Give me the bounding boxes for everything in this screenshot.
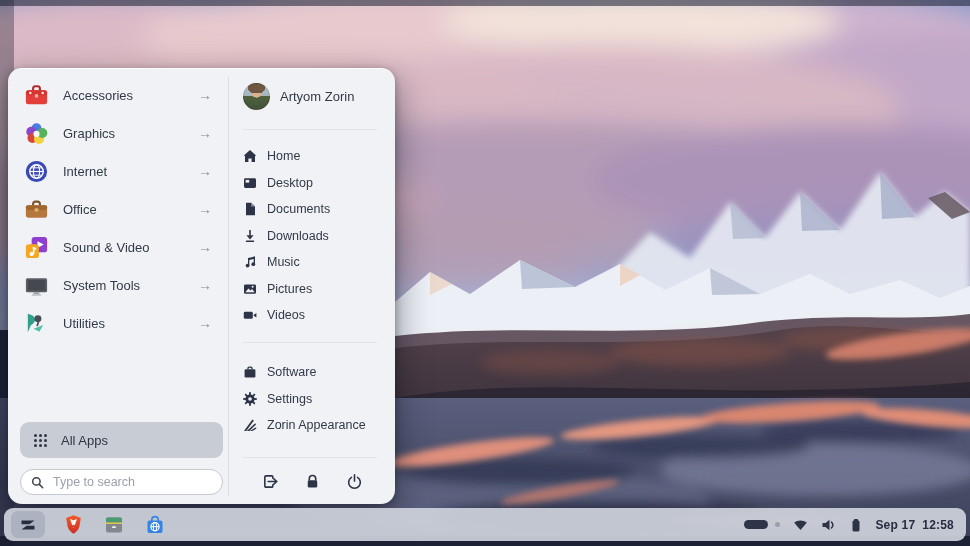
toolbox-icon: [23, 82, 50, 109]
place-music[interactable]: Music: [243, 249, 391, 276]
tray-indicator-pill[interactable]: [744, 520, 768, 529]
clock-time: 12:58: [922, 518, 954, 532]
place-label: Home: [267, 149, 300, 163]
chevron-right-icon: →: [198, 277, 212, 293]
category-utilities[interactable]: Utilities →: [8, 304, 228, 342]
place-documents[interactable]: Documents: [243, 196, 391, 223]
tray-indicator-dot: [775, 522, 780, 527]
place-label: Pictures: [267, 282, 312, 296]
menu-item-zorin-appearance[interactable]: Zorin Appearance: [243, 412, 391, 439]
gear-icon: [243, 392, 257, 406]
user-account-row[interactable]: Artyom Zorin: [243, 82, 387, 110]
user-name: Artyom Zorin: [280, 89, 354, 104]
user-avatar: [243, 83, 270, 110]
category-label: Office: [63, 202, 185, 217]
place-pictures[interactable]: Pictures: [243, 276, 391, 303]
place-desktop[interactable]: Desktop: [243, 170, 391, 197]
files-app-icon[interactable]: [101, 512, 127, 538]
battery-icon[interactable]: [850, 517, 862, 533]
document-icon: [243, 202, 257, 216]
picture-icon: [243, 282, 257, 296]
graphics-icon: [23, 120, 50, 147]
chevron-right-icon: →: [198, 315, 212, 331]
apps-grid-icon: [33, 433, 48, 448]
divider: [243, 342, 377, 343]
divider: [243, 129, 377, 130]
appearance-brush-icon: [243, 418, 257, 432]
search-input[interactable]: [51, 474, 212, 490]
menu-places-column: Artyom Zorin Home: [229, 69, 395, 504]
category-office[interactable]: Office →: [8, 190, 228, 228]
place-label: Videos: [267, 308, 305, 322]
category-label: Graphics: [63, 126, 185, 141]
place-label: Desktop: [267, 176, 313, 190]
briefcase-icon: [23, 196, 50, 223]
zorin-menu-button[interactable]: [11, 511, 45, 538]
lock-button[interactable]: [297, 467, 327, 495]
place-label: Music: [267, 255, 300, 269]
system-tray: Sep 17 12:58: [744, 517, 954, 533]
logout-button[interactable]: [255, 467, 285, 495]
all-apps-button[interactable]: All Apps: [20, 422, 223, 458]
desktop-icon: [243, 176, 257, 190]
monitor-icon: [23, 272, 50, 299]
wifi-icon[interactable]: [793, 517, 808, 532]
place-home[interactable]: Home: [243, 143, 391, 170]
power-button[interactable]: [339, 467, 369, 495]
search-field[interactable]: [20, 469, 223, 495]
chevron-right-icon: →: [198, 87, 212, 103]
volume-icon[interactable]: [821, 517, 837, 533]
place-label: Documents: [267, 202, 330, 216]
place-label: Zorin Appearance: [267, 418, 366, 432]
software-store-icon[interactable]: [142, 512, 168, 538]
place-videos[interactable]: Videos: [243, 302, 391, 329]
category-graphics[interactable]: Graphics →: [8, 114, 228, 152]
place-label: Software: [267, 365, 316, 379]
clock-date: Sep 17: [875, 518, 915, 532]
chevron-right-icon: →: [198, 125, 212, 141]
software-bag-icon: [243, 365, 257, 379]
download-icon: [243, 229, 257, 243]
utilities-icon: [23, 310, 50, 337]
place-downloads[interactable]: Downloads: [243, 223, 391, 250]
category-accessories[interactable]: Accessories →: [8, 76, 228, 114]
media-icon: [23, 234, 50, 261]
video-camera-icon: [243, 308, 257, 322]
place-label: Downloads: [267, 229, 329, 243]
category-label: System Tools: [63, 278, 185, 293]
app-menu-panel: Accessories → Graphics: [8, 68, 395, 504]
category-label: Internet: [63, 164, 185, 179]
menu-item-settings[interactable]: Settings: [243, 386, 391, 413]
desktop-screen: Accessories → Graphics: [0, 0, 970, 546]
chevron-right-icon: →: [198, 163, 212, 179]
globe-icon: [23, 158, 50, 185]
zorin-logo-icon: [18, 515, 38, 535]
category-label: Accessories: [63, 88, 185, 103]
taskbar: Sep 17 12:58: [4, 508, 966, 541]
music-note-icon: [243, 255, 257, 269]
chevron-right-icon: →: [198, 201, 212, 217]
place-label: Settings: [267, 392, 312, 406]
divider: [243, 457, 377, 458]
home-icon: [243, 149, 257, 163]
category-internet[interactable]: Internet →: [8, 152, 228, 190]
menu-categories-column: Accessories → Graphics: [8, 69, 228, 504]
category-label: Utilities: [63, 316, 185, 331]
brave-browser-icon[interactable]: [60, 512, 86, 538]
all-apps-label: All Apps: [61, 433, 108, 448]
category-label: Sound & Video: [63, 240, 185, 255]
clock[interactable]: Sep 17 12:58: [875, 518, 954, 532]
session-controls: [237, 467, 387, 495]
category-sound-video[interactable]: Sound & Video →: [8, 228, 228, 266]
category-system-tools[interactable]: System Tools →: [8, 266, 228, 304]
chevron-right-icon: →: [198, 239, 212, 255]
menu-item-software[interactable]: Software: [243, 359, 391, 386]
search-icon: [31, 476, 44, 489]
